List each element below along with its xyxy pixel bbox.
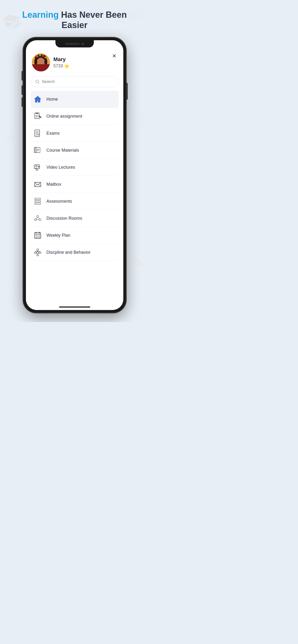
svg-rect-65 bbox=[37, 249, 39, 250]
notch-camera bbox=[82, 43, 84, 45]
svg-marker-41 bbox=[38, 166, 40, 168]
svg-text:✏: ✏ bbox=[4, 130, 18, 146]
menu-label-online-assignment: Online assignment bbox=[47, 114, 82, 119]
user-score: 5733 ⭐ bbox=[54, 64, 69, 69]
title-rest: Has Never Been Easier bbox=[59, 10, 127, 30]
svg-rect-23 bbox=[36, 113, 38, 114]
svg-rect-28 bbox=[35, 130, 40, 136]
svg-point-14 bbox=[36, 58, 46, 69]
assessments-icon bbox=[33, 197, 42, 206]
avatar-image bbox=[32, 54, 50, 72]
svg-rect-67 bbox=[37, 252, 39, 254]
menu-item-assessments[interactable]: Assessments bbox=[31, 193, 118, 210]
menu-label-discussion-rooms: Discussion Rooms bbox=[47, 216, 82, 221]
home-indicator bbox=[59, 306, 90, 308]
menu-item-discipline-behavior[interactable]: Discpline and Behavior bbox=[31, 244, 118, 261]
search-input[interactable] bbox=[42, 79, 114, 84]
screen-content: ✕ bbox=[26, 40, 123, 310]
svg-rect-75 bbox=[37, 255, 39, 256]
menu-item-home[interactable]: Home bbox=[31, 91, 118, 108]
phone-notch bbox=[55, 40, 94, 48]
menu-label-discipline-behavior: Discpline and Behavior bbox=[47, 250, 91, 255]
svg-rect-49 bbox=[35, 203, 41, 204]
svg-point-15 bbox=[38, 61, 40, 64]
menu-item-discussion-rooms[interactable]: Discussion Rooms bbox=[31, 210, 118, 227]
menu-label-mailbox: Mailbox bbox=[47, 182, 61, 187]
svg-point-12 bbox=[42, 55, 44, 57]
svg-line-46 bbox=[39, 184, 41, 187]
score-value: 5733 bbox=[54, 64, 63, 68]
svg-point-16 bbox=[42, 61, 44, 64]
svg-rect-68 bbox=[39, 252, 41, 254]
exams-icon bbox=[33, 129, 42, 138]
svg-rect-48 bbox=[35, 200, 41, 202]
menu-label-home: Home bbox=[47, 97, 58, 102]
home-icon bbox=[33, 95, 42, 104]
weekly-plan-icon bbox=[33, 231, 42, 240]
svg-rect-19 bbox=[36, 68, 46, 72]
svg-point-50 bbox=[37, 216, 39, 217]
menu-label-video-lectures: Video Lectures bbox=[47, 165, 75, 170]
svg-rect-56 bbox=[35, 233, 41, 238]
user-info: Mary 5733 ⭐ bbox=[54, 56, 69, 69]
svg-point-51 bbox=[34, 219, 36, 221]
svg-rect-64 bbox=[39, 232, 40, 233]
svg-line-45 bbox=[35, 184, 37, 187]
menu-item-course-materials[interactable]: Course Materials bbox=[31, 142, 118, 159]
menu-item-video-lectures[interactable]: Video Lectures bbox=[31, 159, 118, 176]
menu-item-weekly-plan[interactable]: Weekly Plan bbox=[31, 227, 118, 244]
svg-rect-63 bbox=[36, 232, 37, 233]
svg-point-6 bbox=[132, 112, 146, 127]
notch-speaker bbox=[65, 43, 80, 44]
page-title: Learning Has Never Been Easier bbox=[0, 10, 149, 30]
video-lectures-icon bbox=[33, 163, 42, 172]
svg-line-53 bbox=[36, 217, 38, 219]
svg-line-54 bbox=[38, 217, 40, 219]
discussion-rooms-icon bbox=[33, 214, 42, 223]
menu-item-online-assignment[interactable]: Online assignment bbox=[31, 108, 118, 125]
svg-point-17 bbox=[34, 58, 37, 66]
discipline-behavior-icon bbox=[33, 248, 42, 257]
menu-label-assessments: Assessments bbox=[47, 199, 72, 204]
svg-point-7 bbox=[4, 210, 16, 222]
menu-label-course-materials: Course Materials bbox=[47, 148, 79, 153]
phone-screen: ✕ bbox=[26, 40, 123, 310]
svg-rect-47 bbox=[35, 198, 41, 200]
menu-item-mailbox[interactable]: Mailbox bbox=[31, 176, 118, 193]
menu-item-exams[interactable]: Exams bbox=[31, 125, 118, 142]
menu-label-exams: Exams bbox=[47, 131, 60, 136]
search-bar[interactable] bbox=[31, 76, 118, 87]
svg-point-10 bbox=[36, 55, 38, 58]
avatar bbox=[32, 54, 50, 72]
close-button[interactable]: ✕ bbox=[110, 52, 118, 60]
online-assignment-icon bbox=[33, 112, 42, 121]
course-materials-icon bbox=[33, 146, 42, 155]
menu-list: Home bbox=[31, 91, 118, 261]
svg-point-52 bbox=[39, 219, 41, 221]
svg-rect-66 bbox=[34, 252, 36, 254]
mailbox-icon bbox=[33, 180, 42, 189]
score-icon: ⭐ bbox=[64, 64, 69, 69]
svg-line-21 bbox=[38, 82, 39, 84]
user-profile: Mary 5733 ⭐ bbox=[31, 51, 118, 76]
svg-text:10: 10 bbox=[12, 279, 23, 290]
title-highlight: Learning bbox=[22, 10, 59, 20]
menu-label-weekly-plan: Weekly Plan bbox=[47, 233, 71, 238]
search-icon bbox=[35, 80, 40, 84]
svg-point-11 bbox=[39, 54, 41, 56]
svg-point-40 bbox=[36, 166, 37, 167]
svg-point-13 bbox=[44, 56, 46, 58]
svg-point-18 bbox=[44, 58, 47, 66]
user-name: Mary bbox=[54, 56, 69, 62]
svg-text:📐: 📐 bbox=[132, 254, 146, 266]
svg-text:✏: ✏ bbox=[134, 39, 142, 50]
phone-frame: ✕ bbox=[23, 38, 126, 313]
